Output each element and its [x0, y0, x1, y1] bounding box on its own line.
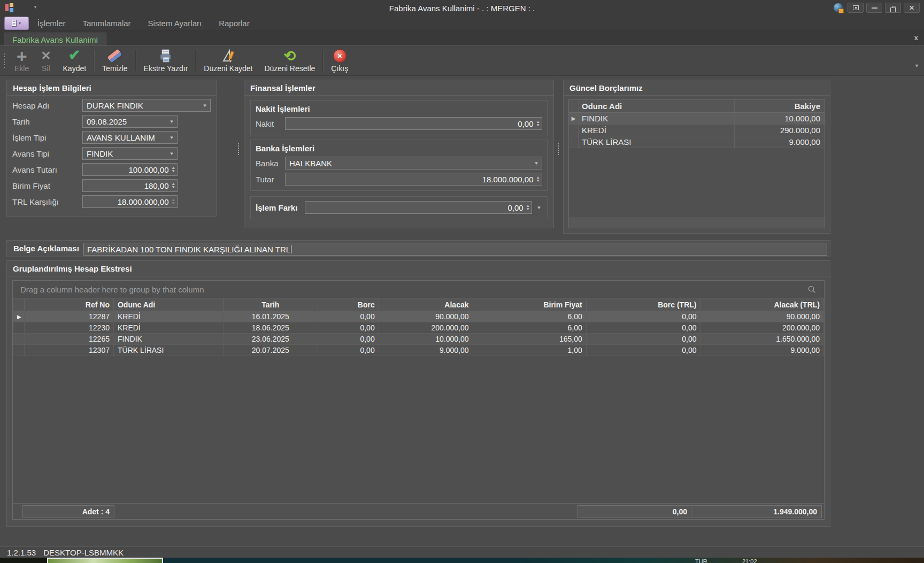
status-bar: 1.2.1.53 DESKTOP-LSBMMKK [0, 546, 924, 558]
ekle-button[interactable]: + Ekle [9, 46, 35, 75]
vertical-splitter[interactable] [557, 143, 559, 155]
col-borc-trl[interactable]: Borc (TRL) [586, 298, 700, 311]
toolbar-separator [322, 50, 324, 71]
document-icon [12, 20, 17, 27]
col-odunc-adi[interactable]: Odunc Adi [113, 298, 223, 311]
belge-aciklamasi-label: Belge Açıklaması [13, 244, 79, 253]
quick-access-chevron-icon[interactable]: ▼ [33, 5, 37, 10]
kaydet-button[interactable]: ✔ Kaydet [57, 46, 93, 75]
restore-button[interactable] [885, 3, 901, 13]
tutar-spinner[interactable]: 18.000.000,00 ▲▼ [285, 173, 542, 186]
toolbar-overflow-chevron-icon[interactable]: ▼ [914, 63, 919, 68]
ekstre-grid: Drag a column header here to group by th… [12, 280, 825, 520]
text-caret [291, 245, 291, 253]
banka-label: Banka [256, 159, 285, 168]
nakit-spinner[interactable]: 0,00 ▲▼ [285, 117, 542, 130]
chevron-down-icon[interactable]: ▼ [169, 119, 174, 124]
footer-count: Adet : 4 [22, 505, 114, 518]
banka-combo[interactable]: HALKBANK ▼ [285, 157, 542, 169]
ekstre-row[interactable]: 12265 FINDIK 23.06.2025 0,00 10.000,00 1… [13, 334, 824, 345]
borclar-row[interactable]: KREDİ 290.000,00 [569, 125, 825, 136]
avans-tipi-combo[interactable]: FINDIK ▼ [82, 147, 178, 160]
menu-tanimlamalar[interactable]: Tanımlamalar [74, 16, 140, 30]
spin-buttons[interactable]: ▲▼ [536, 120, 540, 127]
belge-aciklamasi-input[interactable]: FABRİKADAN 100 TON FINDIK KARŞILIĞI ALIN… [83, 243, 827, 256]
chevron-down-icon[interactable]: ▼ [169, 135, 174, 140]
ekstre-row[interactable]: 12307 TÜRK LİRASI 20.07.2025 0,00 9.000,… [13, 345, 824, 356]
spin-buttons[interactable]: ▲▼ [526, 204, 529, 211]
tab-strip: Fabrika Avans Kullanimi x [0, 31, 924, 45]
spin-buttons[interactable]: ▲▼ [536, 176, 540, 182]
col-alacak[interactable]: Alacak [379, 298, 473, 311]
temizle-button[interactable]: Temizle [96, 46, 133, 75]
col-bakiye[interactable]: Bakiye [735, 100, 825, 112]
host-text: DESKTOP-LSBMMKK [43, 548, 124, 557]
close-icon: ✕ [909, 5, 914, 11]
col-birim-fiyat[interactable]: Birim Fiyat [473, 298, 586, 311]
tab-fabrika-avans-kullanimi[interactable]: Fabrika Avans Kullanimi [4, 33, 106, 46]
toolbar-grip[interactable] [4, 53, 5, 70]
group-title: Banka İşlemleri [256, 141, 542, 157]
chevron-down-icon[interactable]: ▼ [169, 151, 174, 156]
spin-buttons[interactable]: ▲▼ [172, 166, 175, 173]
hesap-adi-combo[interactable]: DURAK FINDIK ▼ [82, 99, 211, 112]
plus-icon: + [17, 49, 27, 64]
tab-close-button[interactable]: x [914, 34, 918, 42]
borclar-row[interactable]: TÜRK LİRASI 9.000,00 [569, 136, 825, 148]
spin-buttons[interactable]: ▲▼ [172, 182, 175, 189]
duzeni-resetle-button[interactable]: ⟲ Düzeni Resetle [258, 46, 321, 75]
col-borc[interactable]: Borc [318, 298, 379, 311]
nakit-label: Nakit [256, 119, 285, 128]
trl-karsiligi-spinner[interactable]: 18.000.000,00 ▲▼ [82, 195, 178, 208]
borclar-grid: Odunc Adi Bakiye ▶ FINDIK 10.000,00 KRED… [568, 99, 825, 228]
avans-tipi-label: Avans Tipi [12, 149, 82, 158]
menu-bar: ▼ İşlemler Tanımlamalar Sistem Ayarları … [0, 16, 924, 31]
application-menu-button[interactable]: ▼ [4, 17, 29, 30]
minimize-button[interactable] [866, 3, 882, 13]
avans-tutari-spinner[interactable]: 100.000,00 ▲▼ [82, 163, 178, 176]
avans-tutari-label: Avans Tutarı [12, 165, 82, 174]
menu-islemler[interactable]: İşlemler [29, 16, 74, 30]
islem-farki-spinner[interactable]: 0,00 ▲▼ [305, 201, 532, 214]
spin-buttons: ▲▼ [172, 198, 175, 205]
row-indicator-icon: ▶ [13, 311, 25, 322]
search-icon[interactable] [807, 285, 817, 294]
toolbar-separator [195, 50, 196, 71]
ekstre-row[interactable]: ▶ 12287 KREDİ 16.01.2025 0,00 90.000,00 … [13, 311, 824, 322]
printer-icon [158, 48, 173, 64]
fullscreen-button[interactable] [848, 3, 864, 13]
chevron-down-icon[interactable]: ▼ [536, 205, 542, 210]
menu-sistem-ayarlari[interactable]: Sistem Ayarları [140, 16, 211, 30]
group-by-panel: Drag a column header here to group by th… [13, 281, 824, 298]
ekstre-yazdir-button[interactable]: Ekstre Yazdır [138, 46, 194, 75]
col-ref-no[interactable]: Ref No [25, 298, 114, 311]
sil-button[interactable]: ✕ Sil [35, 46, 57, 75]
close-button[interactable]: ✕ [904, 3, 920, 13]
chevron-down-icon[interactable]: ▼ [202, 103, 207, 108]
toolbar: + Ekle ✕ Sil ✔ Kaydet Temizle Ekstre Yaz… [0, 45, 924, 76]
fullscreen-icon [853, 5, 859, 10]
reset-arrow-icon: ⟲ [284, 49, 296, 64]
restore-icon [892, 6, 896, 10]
footer-borc-trl-total: 0,00 [578, 505, 692, 518]
chevron-down-icon[interactable]: ▼ [534, 161, 539, 166]
tray-language: TUR [695, 558, 707, 563]
row-indicator-icon: ▶ [569, 113, 579, 124]
version-text: 1.2.1.53 [7, 548, 36, 557]
col-tarih[interactable]: Tarih [223, 298, 318, 311]
tarih-picker[interactable]: 09.08.2025 ▼ [82, 115, 178, 128]
cikis-button[interactable]: Çıkış [325, 46, 354, 75]
ekstre-table: Ref No Odunc Adi Tarih Borc Alacak Birim… [13, 298, 824, 356]
islem-tipi-combo[interactable]: AVANS KULLANIM ▼ [82, 131, 178, 144]
borclar-row[interactable]: ▶ FINDIK 10.000,00 [569, 113, 825, 125]
row-indicator-header [13, 298, 25, 311]
ekstre-row[interactable]: 12230 KREDİ 18.06.2025 0,00 200.000,00 6… [13, 322, 824, 334]
banka-islemleri-group: Banka İşlemleri Banka HALKBANK ▼ Tutar 1… [250, 140, 548, 191]
vertical-splitter[interactable] [237, 143, 240, 155]
menu-raporlar[interactable]: Raporlar [210, 16, 258, 30]
duzeni-kaydet-button[interactable]: Düzeni Kaydet [198, 46, 258, 75]
col-alacak-trl[interactable]: Alacak (TRL) [700, 298, 824, 311]
birim-fiyat-spinner[interactable]: 180,00 ▲▼ [82, 179, 178, 192]
col-odunc-adi[interactable]: Odunc Adi [579, 100, 735, 112]
desktop-thumbnail [47, 558, 163, 563]
